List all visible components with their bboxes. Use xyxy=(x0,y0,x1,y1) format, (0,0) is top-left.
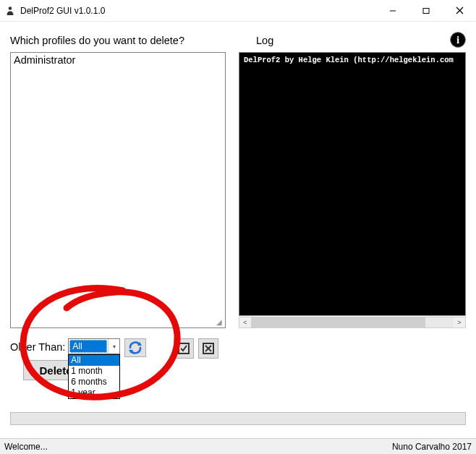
log-line: DelProf2 by Helge Klein (http://helgekle… xyxy=(244,56,454,64)
older-than-option[interactable]: 1 year xyxy=(69,387,119,398)
scroll-thumb[interactable] xyxy=(251,317,425,327)
profile-item[interactable]: Administrator xyxy=(14,54,222,66)
older-than-label: Older Than: xyxy=(10,341,65,353)
svg-rect-2 xyxy=(423,8,429,13)
maximize-button[interactable] xyxy=(409,0,443,22)
scroll-left-icon[interactable]: < xyxy=(239,317,251,327)
window-title: DelProf2 GUI v1.0.1.0 xyxy=(20,6,105,16)
delete-button-label: Delete xyxy=(39,364,72,377)
progress-bar xyxy=(10,412,466,425)
window-controls xyxy=(376,0,476,22)
info-button[interactable]: i xyxy=(450,32,466,48)
titlebar: DelProf2 GUI v1.0.1.0 xyxy=(0,0,476,22)
older-than-option[interactable]: 6 months xyxy=(69,377,119,387)
scroll-track[interactable] xyxy=(251,317,454,327)
checkbox-checked-icon xyxy=(177,342,190,355)
log-label: Log xyxy=(256,35,273,48)
older-than-option[interactable]: All xyxy=(69,355,119,366)
older-than-dropdown[interactable]: All 1 month 6 months 1 year xyxy=(68,354,120,399)
profiles-listbox[interactable]: Administrator ◢ xyxy=(10,52,226,328)
checkbox-x-icon xyxy=(202,342,215,355)
profiles-question-label: Which profiles do you want to delete? xyxy=(10,35,256,48)
status-text: Welcome... xyxy=(4,442,48,452)
refresh-button[interactable] xyxy=(124,338,146,357)
older-than-option[interactable]: 1 month xyxy=(69,366,119,377)
select-all-button[interactable] xyxy=(174,338,194,359)
older-than-selected: All xyxy=(69,340,107,353)
older-than-combobox[interactable]: All ▾ xyxy=(68,338,120,354)
minimize-button[interactable] xyxy=(376,0,409,22)
resize-grip-icon: ◢ xyxy=(214,317,224,327)
log-h-scrollbar[interactable]: < > xyxy=(239,317,466,328)
status-credit: Nuno Carvalho 2017 xyxy=(392,442,472,452)
info-icon: i xyxy=(456,34,459,46)
status-bar: Welcome... Nuno Carvalho 2017 xyxy=(0,438,476,454)
log-output[interactable]: DelProf2 by Helge Klein (http://helgekle… xyxy=(239,52,466,316)
app-icon xyxy=(4,5,16,17)
svg-point-0 xyxy=(9,7,12,10)
scroll-right-icon[interactable]: > xyxy=(454,317,465,327)
deselect-all-button[interactable] xyxy=(198,338,218,359)
close-button[interactable] xyxy=(443,0,476,22)
chevron-down-icon: ▾ xyxy=(108,339,119,354)
refresh-icon xyxy=(127,340,143,355)
